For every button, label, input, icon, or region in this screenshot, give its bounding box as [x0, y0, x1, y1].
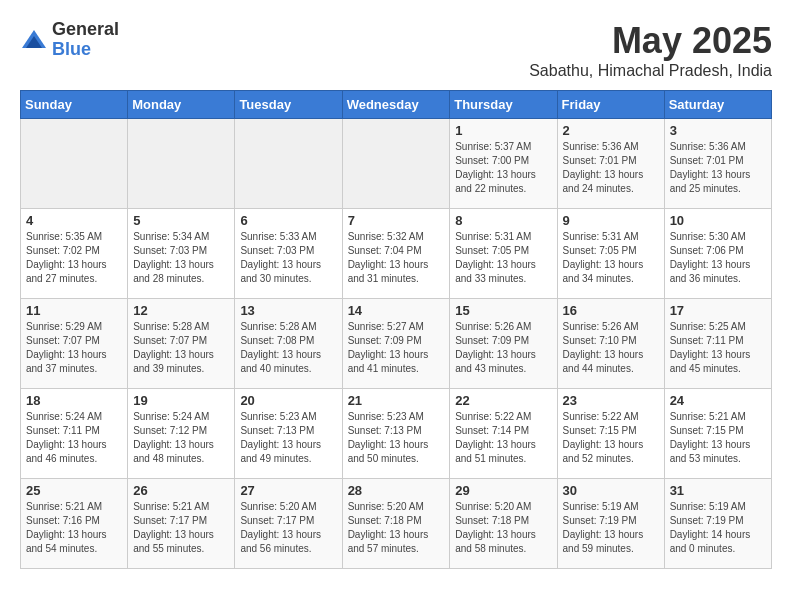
day-info: Sunset: 7:17 PM	[133, 514, 229, 528]
title-area: May 2025 Sabathu, Himachal Pradesh, Indi…	[529, 20, 772, 80]
table-row: 30Sunrise: 5:19 AMSunset: 7:19 PMDayligh…	[557, 479, 664, 569]
day-info: Sunrise: 5:23 AM	[348, 410, 445, 424]
day-info: Daylight: 13 hours and 46 minutes.	[26, 438, 122, 466]
day-info: Sunrise: 5:31 AM	[563, 230, 659, 244]
day-info: Sunrise: 5:23 AM	[240, 410, 336, 424]
header: General Blue May 2025 Sabathu, Himachal …	[20, 20, 772, 80]
logo: General Blue	[20, 20, 119, 60]
day-number: 23	[563, 393, 659, 408]
table-row: 12Sunrise: 5:28 AMSunset: 7:07 PMDayligh…	[128, 299, 235, 389]
day-number: 4	[26, 213, 122, 228]
day-info: Sunset: 7:19 PM	[670, 514, 766, 528]
day-info: Sunset: 7:07 PM	[26, 334, 122, 348]
table-row: 17Sunrise: 5:25 AMSunset: 7:11 PMDayligh…	[664, 299, 771, 389]
day-info: Sunrise: 5:25 AM	[670, 320, 766, 334]
day-info: Sunset: 7:10 PM	[563, 334, 659, 348]
table-row	[128, 119, 235, 209]
table-row: 5Sunrise: 5:34 AMSunset: 7:03 PMDaylight…	[128, 209, 235, 299]
day-info: Sunrise: 5:22 AM	[563, 410, 659, 424]
day-info: Daylight: 13 hours and 45 minutes.	[670, 348, 766, 376]
day-info: Sunset: 7:04 PM	[348, 244, 445, 258]
day-info: Sunrise: 5:28 AM	[133, 320, 229, 334]
day-number: 21	[348, 393, 445, 408]
day-number: 5	[133, 213, 229, 228]
day-info: Daylight: 13 hours and 39 minutes.	[133, 348, 229, 376]
table-row: 9Sunrise: 5:31 AMSunset: 7:05 PMDaylight…	[557, 209, 664, 299]
day-number: 2	[563, 123, 659, 138]
table-row: 13Sunrise: 5:28 AMSunset: 7:08 PMDayligh…	[235, 299, 342, 389]
day-info: Daylight: 14 hours and 0 minutes.	[670, 528, 766, 556]
day-number: 11	[26, 303, 122, 318]
logo-text: General Blue	[52, 20, 119, 60]
day-info: Daylight: 13 hours and 50 minutes.	[348, 438, 445, 466]
day-info: Daylight: 13 hours and 51 minutes.	[455, 438, 551, 466]
day-number: 25	[26, 483, 122, 498]
day-info: Daylight: 13 hours and 37 minutes.	[26, 348, 122, 376]
day-number: 30	[563, 483, 659, 498]
day-info: Daylight: 13 hours and 41 minutes.	[348, 348, 445, 376]
table-row: 25Sunrise: 5:21 AMSunset: 7:16 PMDayligh…	[21, 479, 128, 569]
day-number: 31	[670, 483, 766, 498]
day-info: Sunrise: 5:26 AM	[563, 320, 659, 334]
day-info: Sunrise: 5:32 AM	[348, 230, 445, 244]
day-info: Daylight: 13 hours and 55 minutes.	[133, 528, 229, 556]
day-info: Sunset: 7:03 PM	[133, 244, 229, 258]
day-info: Sunset: 7:14 PM	[455, 424, 551, 438]
day-info: Sunrise: 5:35 AM	[26, 230, 122, 244]
header-friday: Friday	[557, 91, 664, 119]
table-row	[342, 119, 450, 209]
week-row-1: 1Sunrise: 5:37 AMSunset: 7:00 PMDaylight…	[21, 119, 772, 209]
table-row: 21Sunrise: 5:23 AMSunset: 7:13 PMDayligh…	[342, 389, 450, 479]
day-info: Sunset: 7:18 PM	[455, 514, 551, 528]
week-row-3: 11Sunrise: 5:29 AMSunset: 7:07 PMDayligh…	[21, 299, 772, 389]
day-info: Daylight: 13 hours and 33 minutes.	[455, 258, 551, 286]
table-row: 27Sunrise: 5:20 AMSunset: 7:17 PMDayligh…	[235, 479, 342, 569]
day-info: Daylight: 13 hours and 48 minutes.	[133, 438, 229, 466]
day-number: 24	[670, 393, 766, 408]
day-number: 15	[455, 303, 551, 318]
day-number: 8	[455, 213, 551, 228]
day-info: Sunset: 7:05 PM	[563, 244, 659, 258]
day-info: Daylight: 13 hours and 36 minutes.	[670, 258, 766, 286]
table-row: 1Sunrise: 5:37 AMSunset: 7:00 PMDaylight…	[450, 119, 557, 209]
day-info: Sunset: 7:19 PM	[563, 514, 659, 528]
header-sunday: Sunday	[21, 91, 128, 119]
day-info: Sunrise: 5:31 AM	[455, 230, 551, 244]
day-number: 17	[670, 303, 766, 318]
day-info: Sunset: 7:09 PM	[455, 334, 551, 348]
day-number: 7	[348, 213, 445, 228]
day-number: 27	[240, 483, 336, 498]
day-info: Daylight: 13 hours and 24 minutes.	[563, 168, 659, 196]
day-info: Sunset: 7:16 PM	[26, 514, 122, 528]
day-info: Sunset: 7:11 PM	[670, 334, 766, 348]
day-info: Sunset: 7:11 PM	[26, 424, 122, 438]
table-row: 31Sunrise: 5:19 AMSunset: 7:19 PMDayligh…	[664, 479, 771, 569]
header-wednesday: Wednesday	[342, 91, 450, 119]
table-row: 23Sunrise: 5:22 AMSunset: 7:15 PMDayligh…	[557, 389, 664, 479]
day-number: 22	[455, 393, 551, 408]
table-row: 3Sunrise: 5:36 AMSunset: 7:01 PMDaylight…	[664, 119, 771, 209]
day-info: Sunset: 7:07 PM	[133, 334, 229, 348]
day-info: Sunrise: 5:24 AM	[133, 410, 229, 424]
day-number: 6	[240, 213, 336, 228]
day-info: Daylight: 13 hours and 34 minutes.	[563, 258, 659, 286]
day-info: Sunrise: 5:34 AM	[133, 230, 229, 244]
day-info: Sunrise: 5:19 AM	[563, 500, 659, 514]
day-info: Sunrise: 5:28 AM	[240, 320, 336, 334]
week-row-2: 4Sunrise: 5:35 AMSunset: 7:02 PMDaylight…	[21, 209, 772, 299]
day-info: Daylight: 13 hours and 28 minutes.	[133, 258, 229, 286]
day-number: 12	[133, 303, 229, 318]
table-row: 14Sunrise: 5:27 AMSunset: 7:09 PMDayligh…	[342, 299, 450, 389]
day-info: Daylight: 13 hours and 59 minutes.	[563, 528, 659, 556]
weekday-header-row: Sunday Monday Tuesday Wednesday Thursday…	[21, 91, 772, 119]
table-row: 15Sunrise: 5:26 AMSunset: 7:09 PMDayligh…	[450, 299, 557, 389]
day-info: Sunrise: 5:20 AM	[240, 500, 336, 514]
day-info: Sunset: 7:00 PM	[455, 154, 551, 168]
header-thursday: Thursday	[450, 91, 557, 119]
day-info: Sunset: 7:15 PM	[563, 424, 659, 438]
day-info: Sunrise: 5:22 AM	[455, 410, 551, 424]
day-info: Sunrise: 5:33 AM	[240, 230, 336, 244]
week-row-4: 18Sunrise: 5:24 AMSunset: 7:11 PMDayligh…	[21, 389, 772, 479]
day-number: 29	[455, 483, 551, 498]
day-number: 26	[133, 483, 229, 498]
